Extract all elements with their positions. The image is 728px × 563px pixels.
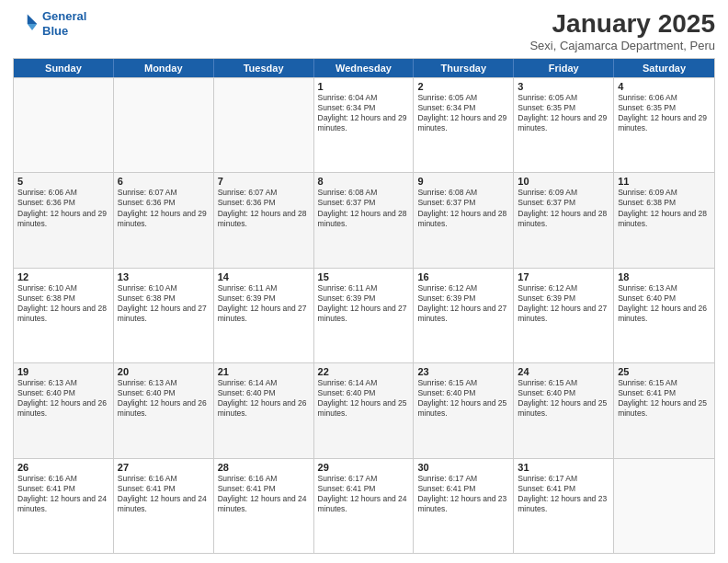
day-number: 6	[118, 176, 210, 187]
day-info: Sunrise: 6:16 AMSunset: 6:41 PMDaylight:…	[118, 474, 210, 514]
day-info: Sunrise: 6:12 AMSunset: 6:39 PMDaylight:…	[518, 283, 609, 324]
header-cell-tuesday: Tuesday	[214, 59, 314, 77]
calendar-row-2: 5Sunrise: 6:06 AMSunset: 6:36 PMDaylight…	[14, 172, 714, 267]
day-number: 18	[618, 271, 711, 282]
calendar-row-4: 19Sunrise: 6:13 AMSunset: 6:40 PMDayligh…	[14, 362, 714, 457]
day-number: 4	[618, 81, 711, 92]
day-number: 24	[518, 366, 609, 377]
day-number: 10	[518, 176, 609, 187]
day-cell-11: 11Sunrise: 6:09 AMSunset: 6:38 PMDayligh…	[614, 173, 714, 267]
calendar-row-1: 1Sunrise: 6:04 AMSunset: 6:34 PMDaylight…	[14, 77, 714, 172]
empty-cell	[114, 78, 214, 172]
day-info: Sunrise: 6:06 AMSunset: 6:35 PMDaylight:…	[618, 93, 711, 133]
day-cell-27: 27Sunrise: 6:16 AMSunset: 6:41 PMDayligh…	[114, 459, 214, 553]
day-info: Sunrise: 6:08 AMSunset: 6:37 PMDaylight:…	[417, 188, 509, 228]
logo-icon	[13, 11, 39, 37]
day-cell-6: 6Sunrise: 6:07 AMSunset: 6:36 PMDaylight…	[114, 173, 214, 267]
calendar-row-3: 12Sunrise: 6:10 AMSunset: 6:38 PMDayligh…	[14, 268, 714, 362]
calendar-subtitle: Sexi, Cajamarca Department, Peru	[529, 39, 715, 52]
day-cell-9: 9Sunrise: 6:08 AMSunset: 6:37 PMDaylight…	[414, 173, 514, 267]
day-info: Sunrise: 6:13 AMSunset: 6:40 PMDaylight:…	[118, 378, 210, 419]
day-number: 15	[318, 271, 410, 282]
day-number: 1	[318, 81, 410, 92]
day-cell-2: 2Sunrise: 6:05 AMSunset: 6:34 PMDaylight…	[414, 78, 514, 172]
day-cell-24: 24Sunrise: 6:15 AMSunset: 6:40 PMDayligh…	[514, 363, 614, 457]
logo: General Blue	[13, 9, 86, 38]
day-cell-18: 18Sunrise: 6:13 AMSunset: 6:40 PMDayligh…	[614, 269, 714, 362]
calendar-body: 1Sunrise: 6:04 AMSunset: 6:34 PMDaylight…	[14, 77, 714, 553]
day-info: Sunrise: 6:11 AMSunset: 6:39 PMDaylight:…	[318, 283, 410, 324]
day-number: 16	[417, 271, 509, 282]
day-info: Sunrise: 6:09 AMSunset: 6:37 PMDaylight:…	[518, 188, 609, 228]
day-number: 7	[218, 176, 310, 187]
calendar: SundayMondayTuesdayWednesdayThursdayFrid…	[13, 58, 715, 554]
day-info: Sunrise: 6:04 AMSunset: 6:34 PMDaylight:…	[318, 93, 410, 133]
calendar-row-5: 26Sunrise: 6:16 AMSunset: 6:41 PMDayligh…	[14, 458, 714, 553]
empty-cell	[614, 459, 714, 553]
empty-cell	[14, 78, 114, 172]
day-cell-1: 1Sunrise: 6:04 AMSunset: 6:34 PMDaylight…	[314, 78, 415, 172]
day-info: Sunrise: 6:12 AMSunset: 6:39 PMDaylight:…	[417, 283, 509, 324]
day-cell-8: 8Sunrise: 6:08 AMSunset: 6:37 PMDaylight…	[314, 173, 415, 267]
day-info: Sunrise: 6:13 AMSunset: 6:40 PMDaylight:…	[17, 378, 109, 419]
page: General Blue January 2025 Sexi, Cajamarc…	[0, 0, 728, 563]
day-info: Sunrise: 6:05 AMSunset: 6:34 PMDaylight:…	[417, 93, 509, 133]
empty-cell	[214, 78, 314, 172]
day-cell-20: 20Sunrise: 6:13 AMSunset: 6:40 PMDayligh…	[114, 363, 214, 457]
header-cell-thursday: Thursday	[414, 59, 514, 77]
day-number: 22	[318, 366, 410, 377]
day-cell-12: 12Sunrise: 6:10 AMSunset: 6:38 PMDayligh…	[14, 269, 114, 362]
day-cell-5: 5Sunrise: 6:06 AMSunset: 6:36 PMDaylight…	[14, 173, 114, 267]
day-cell-21: 21Sunrise: 6:14 AMSunset: 6:40 PMDayligh…	[214, 363, 314, 457]
day-number: 17	[518, 271, 609, 282]
day-number: 14	[218, 271, 310, 282]
day-info: Sunrise: 6:17 AMSunset: 6:41 PMDaylight:…	[518, 474, 609, 514]
day-info: Sunrise: 6:14 AMSunset: 6:40 PMDaylight:…	[218, 378, 310, 419]
day-info: Sunrise: 6:05 AMSunset: 6:35 PMDaylight:…	[518, 93, 609, 133]
day-number: 12	[17, 271, 109, 282]
day-info: Sunrise: 6:09 AMSunset: 6:38 PMDaylight:…	[618, 188, 711, 228]
svg-marker-0	[28, 14, 38, 24]
day-cell-14: 14Sunrise: 6:11 AMSunset: 6:39 PMDayligh…	[214, 269, 314, 362]
header: General Blue January 2025 Sexi, Cajamarc…	[13, 9, 715, 52]
day-number: 21	[218, 366, 310, 377]
header-cell-friday: Friday	[514, 59, 614, 77]
day-number: 25	[618, 366, 711, 377]
day-number: 31	[518, 462, 609, 473]
header-cell-saturday: Saturday	[614, 59, 714, 77]
logo-line2: Blue	[42, 24, 68, 38]
day-cell-13: 13Sunrise: 6:10 AMSunset: 6:38 PMDayligh…	[114, 269, 214, 362]
day-info: Sunrise: 6:15 AMSunset: 6:41 PMDaylight:…	[618, 378, 711, 419]
day-cell-16: 16Sunrise: 6:12 AMSunset: 6:39 PMDayligh…	[414, 269, 514, 362]
day-info: Sunrise: 6:11 AMSunset: 6:39 PMDaylight:…	[218, 283, 310, 324]
day-cell-26: 26Sunrise: 6:16 AMSunset: 6:41 PMDayligh…	[14, 459, 114, 553]
day-info: Sunrise: 6:16 AMSunset: 6:41 PMDaylight:…	[17, 474, 109, 514]
day-info: Sunrise: 6:17 AMSunset: 6:41 PMDaylight:…	[318, 474, 410, 514]
day-number: 8	[318, 176, 410, 187]
day-number: 5	[17, 176, 109, 187]
day-cell-4: 4Sunrise: 6:06 AMSunset: 6:35 PMDaylight…	[614, 78, 714, 172]
day-cell-10: 10Sunrise: 6:09 AMSunset: 6:37 PMDayligh…	[514, 173, 614, 267]
header-cell-wednesday: Wednesday	[314, 59, 415, 77]
day-cell-15: 15Sunrise: 6:11 AMSunset: 6:39 PMDayligh…	[314, 269, 415, 362]
day-number: 28	[218, 462, 310, 473]
day-info: Sunrise: 6:14 AMSunset: 6:40 PMDaylight:…	[318, 378, 410, 419]
day-number: 27	[118, 462, 210, 473]
day-number: 11	[618, 176, 711, 187]
day-info: Sunrise: 6:07 AMSunset: 6:36 PMDaylight:…	[218, 188, 310, 228]
day-number: 2	[417, 81, 509, 92]
day-info: Sunrise: 6:08 AMSunset: 6:37 PMDaylight:…	[318, 188, 410, 228]
day-cell-28: 28Sunrise: 6:16 AMSunset: 6:41 PMDayligh…	[214, 459, 314, 553]
day-number: 26	[17, 462, 109, 473]
day-info: Sunrise: 6:13 AMSunset: 6:40 PMDaylight:…	[618, 283, 711, 324]
day-number: 23	[417, 366, 509, 377]
day-cell-30: 30Sunrise: 6:17 AMSunset: 6:41 PMDayligh…	[414, 459, 514, 553]
day-cell-7: 7Sunrise: 6:07 AMSunset: 6:36 PMDaylight…	[214, 173, 314, 267]
day-info: Sunrise: 6:15 AMSunset: 6:40 PMDaylight:…	[417, 378, 509, 419]
header-cell-monday: Monday	[114, 59, 214, 77]
day-cell-17: 17Sunrise: 6:12 AMSunset: 6:39 PMDayligh…	[514, 269, 614, 362]
day-number: 13	[118, 271, 210, 282]
calendar-header: SundayMondayTuesdayWednesdayThursdayFrid…	[14, 59, 714, 77]
day-cell-29: 29Sunrise: 6:17 AMSunset: 6:41 PMDayligh…	[314, 459, 415, 553]
day-cell-25: 25Sunrise: 6:15 AMSunset: 6:41 PMDayligh…	[614, 363, 714, 457]
